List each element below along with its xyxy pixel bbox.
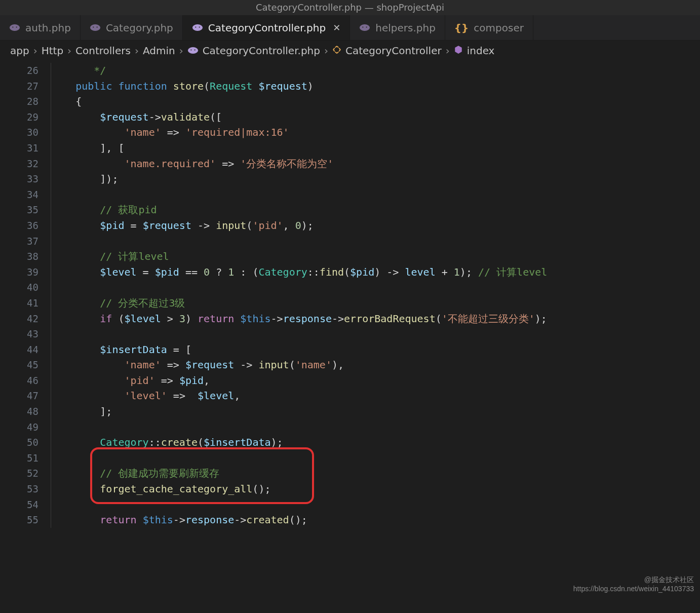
line-number: 30 bbox=[0, 125, 38, 140]
code-line[interactable]: public function store(Request $request) bbox=[51, 79, 700, 94]
breadcrumb-segment[interactable]: app bbox=[10, 45, 29, 57]
code-line[interactable]: if ($level > 3) return $this->response->… bbox=[51, 311, 700, 327]
code-line[interactable]: 'name' => $request -> input('name'), bbox=[51, 357, 700, 373]
tab-label: auth.php bbox=[25, 22, 71, 34]
code-line[interactable]: Category::create($insertData); bbox=[51, 435, 700, 450]
code-line[interactable]: { bbox=[51, 94, 700, 109]
code-line[interactable] bbox=[51, 450, 700, 466]
code-line[interactable]: 'pid' => $pid, bbox=[51, 373, 700, 389]
code-line[interactable] bbox=[51, 419, 700, 435]
chevron-right-icon: › bbox=[135, 45, 139, 57]
code-line[interactable] bbox=[51, 280, 700, 295]
line-number: 42 bbox=[0, 311, 38, 327]
code-line[interactable]: ]; bbox=[51, 404, 700, 419]
line-number: 28 bbox=[0, 94, 38, 109]
tab-label: helpers.php bbox=[375, 22, 436, 34]
svg-point-1 bbox=[12, 26, 13, 27]
code-line[interactable]: // 分类不超过3级 bbox=[51, 295, 700, 311]
line-number: 51 bbox=[0, 450, 38, 466]
line-number: 44 bbox=[0, 342, 38, 358]
code-line[interactable]: // 计算level bbox=[51, 249, 700, 264]
tab-label: CategoryController.php bbox=[208, 22, 326, 34]
tab-label: composer bbox=[474, 22, 524, 34]
code-line[interactable]: */ bbox=[51, 63, 700, 79]
code-line[interactable]: $pid = $request -> input('pid', 0); bbox=[51, 218, 700, 234]
line-number: 52 bbox=[0, 466, 38, 481]
svg-point-5 bbox=[96, 26, 97, 27]
code-line[interactable]: // 创建成功需要刷新缓存 bbox=[51, 466, 700, 481]
svg-point-8 bbox=[199, 26, 200, 27]
svg-point-3 bbox=[90, 24, 100, 31]
line-number: 36 bbox=[0, 218, 38, 234]
php-icon bbox=[9, 22, 20, 34]
watermark-line2: https://blog.csdn.net/weixin_44103733 bbox=[573, 585, 694, 593]
code-line[interactable] bbox=[51, 326, 700, 342]
braces-icon: {} bbox=[454, 22, 469, 34]
breadcrumb-segment[interactable]: Controllers bbox=[75, 45, 131, 57]
breadcrumb[interactable]: app›Http›Controllers›Admin›CategoryContr… bbox=[0, 41, 700, 61]
tab-CategoryController-php[interactable]: CategoryController.php✕ bbox=[183, 15, 350, 40]
code-line[interactable] bbox=[51, 187, 700, 203]
breadcrumb-segment[interactable]: Admin bbox=[143, 45, 175, 57]
code-line[interactable]: ], [ bbox=[51, 140, 700, 156]
code-line[interactable]: $level = $pid == 0 ? 1 : (Category::find… bbox=[51, 264, 700, 280]
breadcrumb-segment[interactable]: CategoryController.php bbox=[203, 45, 320, 57]
tab-composer[interactable]: {}composer bbox=[445, 15, 533, 40]
svg-point-4 bbox=[93, 26, 94, 27]
php-icon bbox=[359, 22, 370, 34]
code-line[interactable]: $insertData = [ bbox=[51, 342, 700, 358]
line-number: 45 bbox=[0, 357, 38, 373]
code-line[interactable]: // 获取pid bbox=[51, 202, 700, 218]
code-line[interactable]: 'level' => $level, bbox=[51, 388, 700, 404]
code-line[interactable]: $request->validate([ bbox=[51, 109, 700, 125]
line-number: 39 bbox=[0, 264, 38, 280]
code-line[interactable] bbox=[51, 497, 700, 513]
svg-point-13 bbox=[190, 49, 191, 50]
tab-auth-php[interactable]: auth.php bbox=[0, 15, 81, 40]
code-line[interactable] bbox=[51, 234, 700, 249]
line-number: 54 bbox=[0, 497, 38, 513]
line-number-gutter: 2627282930313233343536373839404142434445… bbox=[0, 61, 51, 613]
code-line[interactable]: return $this->response->created(); bbox=[51, 512, 700, 528]
code-line[interactable]: ]); bbox=[51, 171, 700, 187]
chevron-right-icon: › bbox=[67, 45, 71, 57]
watermark-line1: @掘金技术社区 bbox=[573, 576, 694, 585]
tab-Category-php[interactable]: Category.php bbox=[81, 15, 183, 40]
line-number: 55 bbox=[0, 512, 38, 528]
php-icon bbox=[90, 22, 101, 34]
chevron-right-icon: › bbox=[324, 45, 328, 57]
svg-point-11 bbox=[366, 26, 367, 27]
line-number: 47 bbox=[0, 388, 38, 404]
editor-area: 2627282930313233343536373839404142434445… bbox=[0, 61, 700, 613]
breadcrumb-segment[interactable]: index bbox=[467, 45, 495, 57]
svg-point-12 bbox=[188, 47, 198, 54]
code-line[interactable]: 'name.required' => '分类名称不能为空' bbox=[51, 156, 700, 172]
line-number: 43 bbox=[0, 326, 38, 342]
svg-point-2 bbox=[16, 26, 17, 27]
line-number: 53 bbox=[0, 481, 38, 497]
line-number: 26 bbox=[0, 63, 38, 79]
svg-point-10 bbox=[362, 26, 363, 27]
tab-label: Category.php bbox=[106, 22, 173, 34]
line-number: 32 bbox=[0, 156, 38, 172]
breadcrumb-segment[interactable]: CategoryController bbox=[345, 45, 442, 57]
php-icon bbox=[187, 45, 199, 57]
php-icon bbox=[192, 22, 203, 34]
line-number: 34 bbox=[0, 187, 38, 203]
tab-helpers-php[interactable]: helpers.php bbox=[350, 15, 445, 40]
method-icon bbox=[454, 45, 463, 57]
svg-point-6 bbox=[192, 24, 203, 31]
breadcrumb-segment[interactable]: Http bbox=[42, 45, 63, 57]
chevron-right-icon: › bbox=[446, 45, 450, 57]
line-number: 50 bbox=[0, 435, 38, 450]
line-number: 27 bbox=[0, 79, 38, 94]
line-number: 38 bbox=[0, 249, 38, 264]
svg-point-9 bbox=[360, 24, 370, 31]
code-line[interactable]: 'name' => 'required|max:16' bbox=[51, 125, 700, 140]
line-number: 33 bbox=[0, 171, 38, 187]
code-content[interactable]: */ public function store(Request $reques… bbox=[51, 61, 700, 613]
code-line[interactable]: forget_cache_category_all(); bbox=[51, 481, 700, 497]
line-number: 48 bbox=[0, 404, 38, 419]
close-icon[interactable]: ✕ bbox=[333, 22, 340, 33]
line-number: 31 bbox=[0, 140, 38, 156]
